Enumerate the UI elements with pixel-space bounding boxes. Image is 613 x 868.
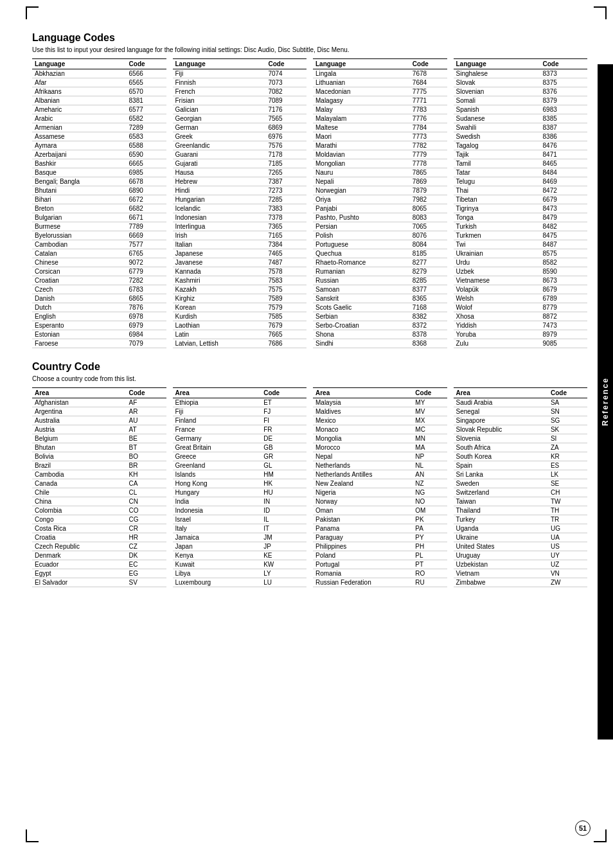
language-code: 8382 <box>410 312 447 321</box>
main-content: Language Codes Use this list to input yo… <box>32 32 587 587</box>
country-area: Israel <box>173 515 262 524</box>
language-code: 6976 <box>265 132 306 141</box>
language-name: Bihari <box>32 195 127 204</box>
language-code: 8482 <box>540 222 587 231</box>
country-area: Portugal <box>313 560 413 569</box>
table-row: NorwayNO <box>313 497 447 506</box>
language-name: Interlingua <box>173 222 266 231</box>
language-code: 7383 <box>265 204 306 213</box>
table-row: RomaniaRO <box>313 569 447 578</box>
table-row: Panjabi8065 <box>313 204 447 213</box>
table-row: Slovenian8376 <box>454 87 588 96</box>
table-row: Interlingua7365 <box>173 222 307 231</box>
language-name: Tatar <box>454 168 540 177</box>
table-row: Turkish8482 <box>454 222 588 231</box>
table-row: KenyaKE <box>173 551 307 560</box>
table-row: ThailandTH <box>454 506 588 515</box>
table-row: Croatian7282 <box>32 276 166 285</box>
sidebar-label: Reference <box>601 377 610 426</box>
table-row: PanamaPA <box>313 524 447 533</box>
table-row: AustriaAT <box>32 425 166 434</box>
language-name: Hebrew <box>173 177 266 186</box>
country-area: Egypt <box>32 569 127 578</box>
table-row: ArgentinaAR <box>32 407 166 416</box>
language-name: Fiji <box>173 69 266 78</box>
lang-col3-header-code: Code <box>410 59 447 69</box>
country-area: Ecuador <box>32 560 127 569</box>
language-name: Latin <box>173 330 266 339</box>
page-number: 51 <box>575 820 591 836</box>
country-area: Congo <box>32 515 127 524</box>
language-code: 7065 <box>410 222 447 231</box>
language-name: Korean <box>173 303 266 312</box>
table-row: SloveniaSI <box>454 434 588 443</box>
country-code-value: CN <box>127 497 166 506</box>
language-name: Greenlandic <box>173 141 266 150</box>
language-name: Serbo-Croatian <box>313 321 410 330</box>
language-code: 6983 <box>540 105 587 114</box>
language-name: Scots Gaelic <box>313 303 410 312</box>
language-code: 8065 <box>410 204 447 213</box>
country-code-value: NL <box>413 461 447 470</box>
table-row: Danish6865 <box>32 294 166 303</box>
table-row: Armenian7289 <box>32 123 166 132</box>
lang-col1-header-lang: Language <box>32 59 127 69</box>
table-row: Azerbaijani6590 <box>32 150 166 159</box>
language-code: 7079 <box>127 339 166 348</box>
table-row: Sudanese8385 <box>454 114 588 123</box>
table-row: Polish8076 <box>313 231 447 240</box>
language-code: 7074 <box>265 69 306 78</box>
country-code-value: TR <box>548 515 587 524</box>
country-code-value: MX <box>413 416 447 425</box>
table-row: Tatar8484 <box>454 168 588 177</box>
language-code: 8479 <box>540 213 587 222</box>
table-row: UgandaUG <box>454 524 588 533</box>
language-name: French <box>173 87 266 96</box>
country-code-value: FI <box>261 416 306 425</box>
country-area: Taiwan <box>454 497 548 506</box>
country-code-value: AU <box>127 416 166 425</box>
language-name: Croatian <box>32 276 127 285</box>
language-name: Japanese <box>173 249 266 258</box>
country-area: Kenya <box>173 551 262 560</box>
table-row: Kurdish7585 <box>173 312 307 321</box>
country-area: Spain <box>454 461 548 470</box>
language-name: Rumanian <box>313 267 410 276</box>
language-name: Arabic <box>32 114 127 123</box>
language-code: 6582 <box>127 114 166 123</box>
language-code: 7773 <box>410 132 447 141</box>
lang-col2-header-code: Code <box>265 59 306 69</box>
country-code-value: GL <box>261 461 306 470</box>
language-name: Tagalog <box>454 141 540 150</box>
table-row: Abkhazian6566 <box>32 69 166 78</box>
language-code: 6565 <box>127 78 166 87</box>
language-name: English <box>32 312 127 321</box>
table-row: Samoan8377 <box>313 285 447 294</box>
language-name: Serbian <box>313 312 410 321</box>
country-area: Greece <box>173 452 262 461</box>
language-name: Twi <box>454 240 540 249</box>
lang-col4-header-code: Code <box>540 59 587 69</box>
table-row: Kannada7578 <box>173 267 307 276</box>
table-row: Tamil8465 <box>454 159 588 168</box>
country-area: Afghanistan <box>32 398 127 407</box>
table-row: South AfricaZA <box>454 443 588 452</box>
table-row: NigeriaNG <box>313 488 447 497</box>
country-code-value: JP <box>261 542 306 551</box>
language-name: Singhalese <box>454 69 540 78</box>
table-row: Catalan6765 <box>32 249 166 258</box>
country-table-col4: Area Code Saudi ArabiaSASenegalSNSingapo… <box>454 387 588 587</box>
country-code-value: LK <box>548 470 587 479</box>
language-name: Slovenian <box>454 87 540 96</box>
table-row: United StatesUS <box>454 542 588 551</box>
language-name: Swedish <box>454 132 540 141</box>
language-code: 7365 <box>265 222 306 231</box>
country-code-value: TW <box>548 497 587 506</box>
table-row: Frisian7089 <box>173 96 307 105</box>
table-row: HungaryHU <box>173 488 307 497</box>
language-code: 6789 <box>540 294 587 303</box>
country-code-value: IL <box>261 515 306 524</box>
language-name: Spanish <box>454 105 540 114</box>
table-row: SwedenSE <box>454 479 588 488</box>
table-row: Greek6976 <box>173 132 307 141</box>
